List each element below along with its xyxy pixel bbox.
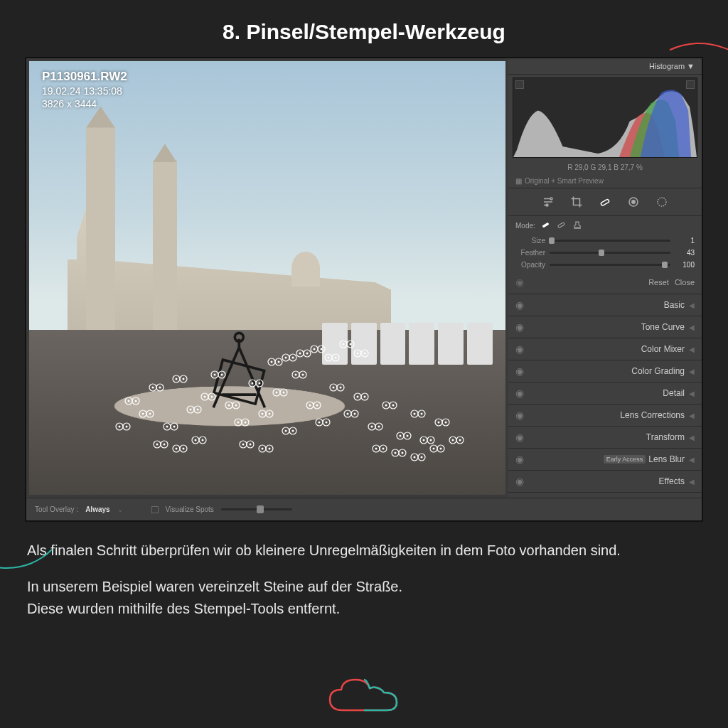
slider-feather[interactable]: Feather43 bbox=[508, 247, 702, 259]
section-lens-blur[interactable]: ◉Early AccessLens Blur◀ bbox=[508, 449, 702, 471]
svg-rect-180 bbox=[601, 199, 610, 206]
chevron-left-icon: ◀ bbox=[689, 301, 695, 309]
svg-rect-184 bbox=[542, 223, 549, 228]
crop-icon[interactable] bbox=[570, 196, 583, 208]
chevron-left-icon: ◀ bbox=[689, 412, 695, 419]
chevron-left-icon: ◀ bbox=[689, 323, 695, 331]
section-tone-curve[interactable]: ◉Tone Curve◀ bbox=[508, 316, 702, 338]
datetime-label: 19.02.24 13:35:08 bbox=[42, 85, 127, 97]
tool-overlay-value[interactable]: Always bbox=[85, 505, 109, 513]
photo-preview bbox=[29, 61, 505, 495]
slider-opacity[interactable]: Opacity100 bbox=[508, 259, 702, 271]
section-effects[interactable]: ◉Effects◀ bbox=[508, 471, 702, 493]
mode-row: Mode: bbox=[508, 216, 702, 235]
chevron-left-icon: ◀ bbox=[689, 456, 695, 464]
cloud-logo-icon bbox=[321, 671, 407, 721]
section-eye-icon[interactable]: ◉ bbox=[515, 432, 524, 443]
slider-size[interactable]: Size1 bbox=[508, 235, 702, 247]
develop-panel: Histogram ▼ R 29,0 G 29,1 B 27,7 % Origi… bbox=[508, 58, 702, 498]
chevron-left-icon: ◀ bbox=[689, 478, 695, 486]
chevron-left-icon: ◀ bbox=[689, 390, 695, 397]
section-eye-icon[interactable]: ◉ bbox=[515, 387, 524, 399]
shadow-clip-icon[interactable] bbox=[515, 80, 524, 89]
highlight-clip-icon[interactable] bbox=[686, 80, 695, 89]
mode-heal-icon[interactable] bbox=[541, 220, 551, 230]
description-text: Als finalen Schritt überprüfen wir ob kl… bbox=[0, 522, 728, 619]
mode-label: Mode: bbox=[515, 222, 535, 230]
edit-sliders-icon[interactable] bbox=[542, 196, 555, 208]
reset-tool-link[interactable]: Reset bbox=[648, 278, 669, 287]
svg-rect-185 bbox=[557, 223, 564, 228]
page-title: 8. Pinsel/Stempel-Werkzeug bbox=[0, 0, 728, 57]
mode-clone-icon[interactable] bbox=[557, 220, 567, 230]
healing-brush-icon[interactable] bbox=[599, 196, 611, 208]
redeye-icon[interactable] bbox=[627, 196, 640, 208]
desc-p1: Als finalen Schritt überprüfen wir ob kl… bbox=[27, 540, 701, 561]
section-eye-icon[interactable]: ◉ bbox=[515, 410, 524, 421]
close-tool-link[interactable]: Close bbox=[675, 278, 695, 287]
section-eye-icon[interactable]: ◉ bbox=[515, 299, 524, 311]
section-eye-icon[interactable]: ◉ bbox=[515, 454, 524, 465]
chevron-left-icon: ◀ bbox=[689, 368, 695, 375]
section-basic[interactable]: ◉Basic◀ bbox=[508, 294, 702, 316]
tool-strip bbox=[508, 188, 702, 216]
lightroom-app: P1130961.RW2 19.02.24 13:35:08 3826 x 34… bbox=[25, 57, 703, 522]
section-eye-icon[interactable]: ◉ bbox=[515, 365, 524, 377]
section-lens-corrections[interactable]: ◉Lens Corrections◀ bbox=[508, 405, 702, 427]
visualize-threshold-slider[interactable] bbox=[221, 508, 292, 510]
desc-p3: Diese wurden mithilfe des Stempel-Tools … bbox=[27, 599, 701, 619]
section-color-grading[interactable]: ◉Color Grading◀ bbox=[508, 360, 702, 382]
section-transform[interactable]: ◉Transform◀ bbox=[508, 427, 702, 449]
canvas-bottom-bar: Tool Overlay : Always ⌄ Visualize Spots bbox=[26, 498, 702, 520]
section-detail[interactable]: ◉Detail◀ bbox=[508, 382, 702, 405]
mode-stamp-icon[interactable] bbox=[572, 220, 582, 230]
section-eye-icon[interactable]: ◉ bbox=[515, 321, 524, 333]
svg-point-183 bbox=[658, 198, 666, 206]
visualize-spots-checkbox[interactable] bbox=[151, 506, 159, 513]
chevron-left-icon: ◀ bbox=[689, 346, 695, 353]
section-color-mixer[interactable]: ◉Color Mixer◀ bbox=[508, 338, 702, 360]
section-eye-icon[interactable]: ◉ bbox=[515, 476, 524, 487]
filename-label: P1130961.RW2 bbox=[42, 70, 127, 84]
chevron-left-icon: ◀ bbox=[689, 434, 695, 441]
visibility-toggle-icon[interactable]: ◉ bbox=[515, 277, 524, 288]
section-eye-icon[interactable]: ◉ bbox=[515, 343, 524, 355]
visualize-spots-label: Visualize Spots bbox=[166, 505, 214, 513]
masking-icon[interactable] bbox=[655, 196, 668, 208]
desc-p2: In unserem Beispiel waren vereinzelt Ste… bbox=[27, 577, 701, 597]
tool-actions-row: ◉ Reset Close bbox=[508, 271, 702, 294]
svg-point-178 bbox=[550, 198, 552, 200]
dimensions-label: 3826 x 3444 bbox=[42, 98, 127, 109]
svg-point-182 bbox=[632, 200, 636, 204]
image-canvas[interactable]: P1130961.RW2 19.02.24 13:35:08 3826 x 34… bbox=[29, 61, 505, 495]
histogram-display[interactable] bbox=[513, 77, 697, 158]
image-metadata-overlay: P1130961.RW2 19.02.24 13:35:08 3826 x 34… bbox=[42, 70, 127, 111]
